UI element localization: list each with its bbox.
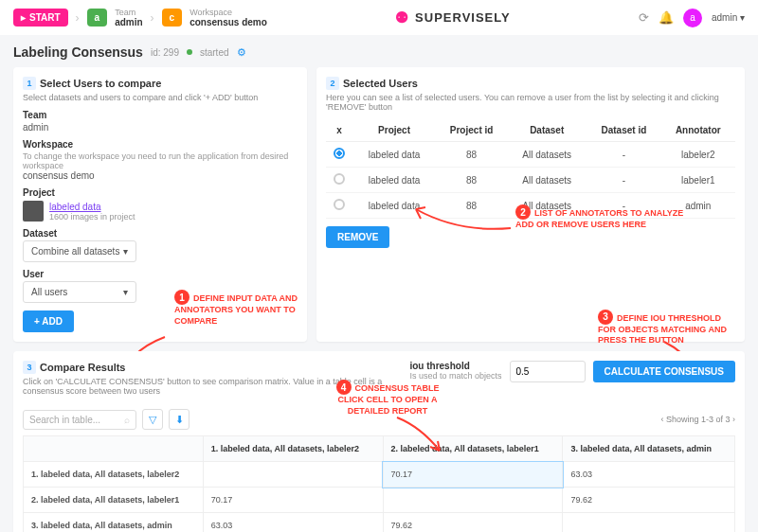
select-users-card: 1Select Users to compare Select datasets…	[13, 67, 307, 342]
page-id: id: 299	[151, 47, 179, 58]
dataset-select[interactable]: Combine all datasets▾	[23, 240, 136, 262]
chevron-icon: ›	[151, 11, 154, 25]
iou-threshold-input[interactable]	[510, 361, 586, 382]
pagination: ‹ Showing 1-3 of 3 ›	[660, 415, 735, 424]
table-row: 2. labeled data, All datasets, labeler17…	[24, 488, 735, 513]
table-cell[interactable]	[383, 488, 563, 513]
table-cell[interactable]: 79.62	[383, 513, 563, 533]
table-cell[interactable]	[203, 462, 383, 488]
table-header: Annotator	[661, 119, 735, 142]
arrow-icon	[392, 413, 449, 455]
user-select[interactable]: All users▾	[23, 281, 136, 303]
consensus-table: 1. labeled data, All datasets, labeler22…	[23, 435, 735, 532]
radio-input[interactable]	[334, 199, 345, 210]
step-badge: 1	[23, 77, 36, 90]
topbar: ▸ START › a Teamadmin › c Workspaceconse…	[0, 0, 758, 35]
status-dot-icon	[187, 49, 192, 55]
table-cell[interactable]: 3. labeled data, All datasets, admin	[24, 513, 204, 533]
bell-icon[interactable]: 🔔	[659, 10, 674, 25]
arrow-icon	[411, 200, 515, 238]
table-cell[interactable]: 2. labeled data, All datasets, labeler1	[24, 488, 204, 513]
table-row[interactable]: labeled data88All datasets-labeler1	[326, 168, 735, 193]
table-row: 1. labeled data, All datasets, labeler27…	[24, 462, 735, 488]
start-button[interactable]: ▸ START	[13, 9, 68, 27]
status-text: started	[200, 47, 229, 58]
brand-logo: ⚉ SUPERVISELY	[395, 9, 511, 27]
table-cell[interactable]: 79.62	[563, 488, 735, 513]
search-input[interactable]: Search in table...⌕	[23, 410, 136, 430]
page-header: Labeling Consensus id: 299 started ⚙	[13, 44, 745, 60]
team-badge[interactable]: a	[87, 9, 108, 27]
table-header: x	[326, 119, 352, 142]
add-button[interactable]: + ADD	[23, 310, 74, 332]
notifications-icon[interactable]: ⟳	[639, 10, 649, 25]
table-cell[interactable]: 1. labeled data, All datasets, labeler2	[24, 462, 204, 488]
table-cell[interactable]: 63.03	[203, 513, 383, 533]
selected-users-card: 2Selected Users Here you can see a list …	[316, 67, 745, 342]
topbar-right: ⟳ 🔔 a admin ▾	[639, 9, 745, 27]
calculate-button[interactable]: CALCULATE CONSENSUS	[593, 361, 735, 382]
table-cell[interactable]: 63.03	[563, 462, 735, 488]
table-row[interactable]: labeled data88All datasets-labeler2	[326, 142, 735, 168]
robot-icon: ⚉	[395, 9, 409, 27]
team-crumb[interactable]: Teamadmin	[115, 8, 142, 27]
radio-input[interactable]	[334, 173, 345, 185]
user-menu[interactable]: admin ▾	[712, 12, 745, 23]
page-title: Labeling Consensus	[13, 44, 143, 60]
table-cell[interactable]: 70.17	[383, 462, 563, 488]
chevron-down-icon: ▾	[123, 246, 128, 257]
table-cell[interactable]: 70.17	[203, 488, 383, 513]
workspace-badge[interactable]: c	[162, 9, 183, 27]
gear-icon[interactable]: ⚙	[237, 46, 246, 59]
table-header[interactable]	[24, 436, 204, 462]
table-cell[interactable]	[563, 513, 735, 533]
table-header[interactable]: 3. labeled data, All datasets, admin	[563, 436, 735, 462]
table-header: Dataset	[507, 119, 587, 142]
avatar[interactable]: a	[683, 9, 702, 27]
radio-input[interactable]	[334, 148, 345, 159]
chevron-icon: ›	[76, 11, 80, 25]
table-header: Project id	[436, 119, 507, 142]
table-header[interactable]: 1. labeled data, All datasets, labeler2	[203, 436, 383, 462]
compare-results-card: 3Compare Results Click on 'CALCULATE CON…	[13, 351, 745, 532]
table-row: 3. labeled data, All datasets, admin63.0…	[24, 513, 735, 533]
step-badge: 3	[23, 361, 36, 374]
search-icon: ⌕	[124, 415, 130, 425]
table-header: Dataset id	[587, 119, 660, 142]
filter-button[interactable]: ▽	[142, 409, 163, 430]
chevron-down-icon: ▾	[123, 287, 128, 297]
remove-button[interactable]: REMOVE	[326, 226, 389, 248]
project-thumbnail	[23, 201, 44, 222]
download-button[interactable]: ⬇	[169, 409, 190, 430]
table-header: Project	[352, 119, 436, 142]
step-badge: 2	[326, 77, 339, 90]
workspace-crumb[interactable]: Workspaceconsensus demo	[190, 8, 267, 27]
project-link[interactable]: labeled data	[49, 202, 135, 212]
breadcrumb: ▸ START › a Teamadmin › c Workspaceconse…	[13, 8, 267, 27]
